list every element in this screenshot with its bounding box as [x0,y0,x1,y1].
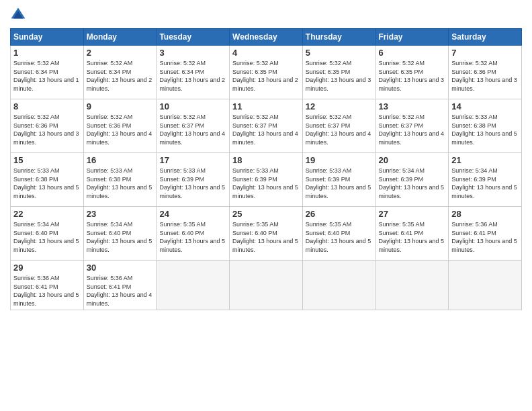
calendar-cell: 30 Sunrise: 5:36 AMSunset: 6:41 PMDaylig… [83,261,157,310]
day-number: 6 [379,48,446,58]
day-number: 15 [13,155,81,165]
weekday-friday: Friday [375,29,449,46]
calendar-cell: 16 Sunrise: 5:33 AMSunset: 6:38 PMDaylig… [83,153,157,207]
weekday-sunday: Sunday [11,29,84,46]
calendar-cell: 28 Sunrise: 5:36 AMSunset: 6:41 PMDaylig… [449,207,522,261]
calendar-cell: 18 Sunrise: 5:33 AMSunset: 6:39 PMDaylig… [230,153,303,207]
day-number: 22 [13,209,81,219]
day-number: 14 [451,101,519,111]
weekday-tuesday: Tuesday [157,29,230,46]
day-info: Sunrise: 5:33 AMSunset: 6:38 PMDaylight:… [451,113,517,146]
calendar-cell: 21 Sunrise: 5:34 AMSunset: 6:39 PMDaylig… [449,153,522,207]
header [10,7,522,23]
day-number: 2 [87,48,154,58]
calendar-cell [449,261,522,310]
day-info: Sunrise: 5:32 AMSunset: 6:36 PMDaylight:… [451,60,517,92]
day-info: Sunrise: 5:32 AMSunset: 6:34 PMDaylight:… [87,60,152,92]
day-info: Sunrise: 5:33 AMSunset: 6:38 PMDaylight:… [13,167,79,199]
day-info: Sunrise: 5:36 AMSunset: 6:41 PMDaylight:… [451,221,517,253]
day-info: Sunrise: 5:32 AMSunset: 6:35 PMDaylight:… [379,60,445,92]
weekday-wednesday: Wednesday [230,29,303,46]
day-info: Sunrise: 5:32 AMSunset: 6:35 PMDaylight:… [232,60,298,92]
calendar-cell: 12 Sunrise: 5:32 AMSunset: 6:37 PMDaylig… [302,99,375,153]
calendar-cell: 5 Sunrise: 5:32 AMSunset: 6:35 PMDayligh… [302,46,375,99]
day-info: Sunrise: 5:33 AMSunset: 6:39 PMDaylight:… [306,167,371,199]
calendar-cell: 17 Sunrise: 5:33 AMSunset: 6:39 PMDaylig… [157,153,230,207]
calendar-cell [230,261,303,310]
day-number: 20 [379,155,446,165]
calendar-cell: 13 Sunrise: 5:32 AMSunset: 6:37 PMDaylig… [375,99,449,153]
calendar-week-5: 29 Sunrise: 5:36 AMSunset: 6:41 PMDaylig… [11,261,522,310]
calendar-cell: 15 Sunrise: 5:33 AMSunset: 6:38 PMDaylig… [11,153,84,207]
calendar-cell [157,261,230,310]
day-info: Sunrise: 5:32 AMSunset: 6:36 PMDaylight:… [87,113,152,146]
day-info: Sunrise: 5:32 AMSunset: 6:37 PMDaylight:… [306,113,371,146]
logo [10,7,29,23]
day-info: Sunrise: 5:35 AMSunset: 6:41 PMDaylight:… [379,221,445,253]
day-number: 9 [87,101,154,111]
day-info: Sunrise: 5:33 AMSunset: 6:39 PMDaylight:… [232,167,298,199]
logo-icon [10,7,26,23]
calendar-cell: 11 Sunrise: 5:32 AMSunset: 6:37 PMDaylig… [230,99,303,153]
day-info: Sunrise: 5:33 AMSunset: 6:39 PMDaylight:… [159,167,225,199]
calendar-cell [302,261,375,310]
calendar-cell: 23 Sunrise: 5:34 AMSunset: 6:40 PMDaylig… [83,207,157,261]
day-number: 7 [451,48,519,58]
calendar-cell: 9 Sunrise: 5:32 AMSunset: 6:36 PMDayligh… [83,99,157,153]
day-info: Sunrise: 5:32 AMSunset: 6:37 PMDaylight:… [159,113,225,146]
calendar-cell: 7 Sunrise: 5:32 AMSunset: 6:36 PMDayligh… [449,46,522,99]
day-info: Sunrise: 5:34 AMSunset: 6:40 PMDaylight:… [87,221,152,253]
day-number: 25 [232,209,300,219]
day-number: 16 [87,155,154,165]
calendar: SundayMondayTuesdayWednesdayThursdayFrid… [10,28,522,310]
day-number: 3 [159,48,226,58]
day-number: 21 [451,155,519,165]
day-info: Sunrise: 5:32 AMSunset: 6:35 PMDaylight:… [306,60,371,92]
day-info: Sunrise: 5:32 AMSunset: 6:34 PMDaylight:… [159,60,225,92]
day-number: 28 [451,209,519,219]
calendar-cell: 3 Sunrise: 5:32 AMSunset: 6:34 PMDayligh… [157,46,230,99]
calendar-cell: 10 Sunrise: 5:32 AMSunset: 6:37 PMDaylig… [157,99,230,153]
day-info: Sunrise: 5:32 AMSunset: 6:36 PMDaylight:… [13,113,79,146]
day-info: Sunrise: 5:34 AMSunset: 6:40 PMDaylight:… [13,221,79,253]
day-number: 19 [306,155,373,165]
weekday-thursday: Thursday [302,29,375,46]
day-info: Sunrise: 5:32 AMSunset: 6:37 PMDaylight:… [232,113,298,146]
day-number: 8 [13,101,81,111]
calendar-cell [375,261,449,310]
day-info: Sunrise: 5:36 AMSunset: 6:41 PMDaylight:… [87,275,152,307]
day-info: Sunrise: 5:32 AMSunset: 6:34 PMDaylight:… [13,60,79,92]
day-number: 24 [159,209,226,219]
calendar-cell: 2 Sunrise: 5:32 AMSunset: 6:34 PMDayligh… [83,46,157,99]
calendar-cell: 26 Sunrise: 5:35 AMSunset: 6:40 PMDaylig… [302,207,375,261]
calendar-cell: 4 Sunrise: 5:32 AMSunset: 6:35 PMDayligh… [230,46,303,99]
day-number: 30 [87,263,154,273]
calendar-week-4: 22 Sunrise: 5:34 AMSunset: 6:40 PMDaylig… [11,207,522,261]
day-number: 5 [306,48,373,58]
calendar-week-1: 1 Sunrise: 5:32 AMSunset: 6:34 PMDayligh… [11,46,522,99]
page: SundayMondayTuesdayWednesdayThursdayFrid… [0,0,532,411]
calendar-cell: 27 Sunrise: 5:35 AMSunset: 6:41 PMDaylig… [375,207,449,261]
day-number: 27 [379,209,446,219]
day-info: Sunrise: 5:34 AMSunset: 6:39 PMDaylight:… [451,167,517,199]
day-number: 4 [232,48,300,58]
calendar-cell: 22 Sunrise: 5:34 AMSunset: 6:40 PMDaylig… [11,207,84,261]
calendar-cell: 29 Sunrise: 5:36 AMSunset: 6:41 PMDaylig… [11,261,84,310]
day-info: Sunrise: 5:34 AMSunset: 6:39 PMDaylight:… [379,167,445,199]
calendar-cell: 24 Sunrise: 5:35 AMSunset: 6:40 PMDaylig… [157,207,230,261]
day-info: Sunrise: 5:36 AMSunset: 6:41 PMDaylight:… [13,275,79,307]
calendar-cell: 8 Sunrise: 5:32 AMSunset: 6:36 PMDayligh… [11,99,84,153]
day-info: Sunrise: 5:33 AMSunset: 6:38 PMDaylight:… [87,167,152,199]
weekday-header-row: SundayMondayTuesdayWednesdayThursdayFrid… [11,29,522,46]
day-number: 17 [159,155,226,165]
day-number: 18 [232,155,300,165]
day-number: 13 [379,101,446,111]
calendar-cell: 19 Sunrise: 5:33 AMSunset: 6:39 PMDaylig… [302,153,375,207]
day-number: 11 [232,101,300,111]
calendar-cell: 14 Sunrise: 5:33 AMSunset: 6:38 PMDaylig… [449,99,522,153]
weekday-monday: Monday [83,29,157,46]
calendar-week-2: 8 Sunrise: 5:32 AMSunset: 6:36 PMDayligh… [11,99,522,153]
calendar-cell: 1 Sunrise: 5:32 AMSunset: 6:34 PMDayligh… [11,46,84,99]
day-info: Sunrise: 5:35 AMSunset: 6:40 PMDaylight:… [159,221,225,253]
calendar-cell: 20 Sunrise: 5:34 AMSunset: 6:39 PMDaylig… [375,153,449,207]
